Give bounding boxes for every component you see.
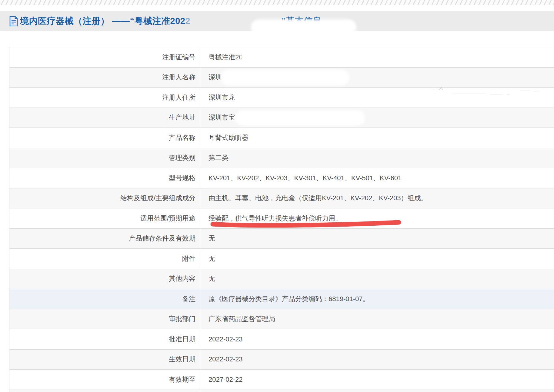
table-row-storage-conditions: 产品储存条件及有效期 无 [9,228,554,249]
registration-info-table: 注册证编号 粤械注准20 注册人名称 深圳 注册人住所 深圳市龙 生产地址 深圳… [9,47,554,392]
field-label: 注册人住所 [9,88,201,108]
table-row-approval-date: 批准日期 2022-02-23 [9,329,554,349]
field-value-text: 深圳 [209,73,222,82]
field-value: 耳背式助听器 [201,128,554,148]
field-label [9,390,201,392]
table-row-attachments: 附件 无 [9,248,554,269]
field-label: 附件 [9,249,201,269]
field-value: 无 [201,229,554,249]
field-label: 有效期至 [9,370,201,390]
field-value: 由主机、耳塞、电池，充电盒（仅适用KV-201、KV-202、KV-203）组成… [201,188,554,208]
table-row-composition: 结构及组成/主要组成成分 由主机、耳塞、电池，充电盒（仅适用KV-201、KV-… [9,188,554,208]
field-value-text: 深圳市龙 [209,93,235,102]
table-row-effective-date: 生效日期 2022-02-23 [9,349,554,370]
field-value: 2027-02-22 [201,370,554,390]
field-value-text: 经验配，供气导性听力损失患者补偿听力用。 [209,214,342,223]
table-row-reg-number: 注册证编号 粤械注准20 [9,47,554,67]
field-label: 生效日期 [9,350,201,370]
field-value: 2022-02-23 [201,329,554,349]
table-row-registrant-name: 注册人名称 深圳 [9,67,554,88]
table-row-product-name: 产品名称 耳背式助听器 [9,128,554,148]
field-value [201,390,554,392]
field-value: 深圳市龙 [201,88,554,108]
field-value: 原《医疗器械分类目录》产品分类编码：6819-01-07。 [201,289,554,309]
field-label: 批准日期 [9,329,201,349]
registration-detail-page: 境内医疗器械（注册） ——“粤械注准2022”基本信息 注册证编号 粤械注准20… [0,0,554,392]
field-value: 经验配，供气导性听力损失患者补偿听力用。 [201,208,554,228]
field-label: 适用范围/预期用途 [9,208,201,228]
page-header: 境内医疗器械（注册） ——“粤械注准2022”基本信息 [0,11,554,31]
field-label: 注册证编号 [9,47,201,67]
field-value: 粤械注准20 [201,47,554,67]
field-value: 2022-02-23 [201,350,554,370]
field-label: 生产地址 [9,108,201,128]
field-value-text: 深圳市宝 [209,113,235,122]
table-row-remarks: 备注 原《医疗器械分类目录》产品分类编码：6819-01-07。 [9,289,554,309]
field-value-text: 粤械注准20 [209,53,242,62]
field-label: 结构及组成/主要组成成分 [9,188,201,208]
field-label: 其他内容 [9,269,201,289]
table-row-other-content: 其他内容 无 [9,269,554,289]
page-title-partial-char: 2 [185,16,190,26]
eraser-smudge [235,90,329,104]
eraser-smudge [221,70,349,85]
field-label: 产品名称 [9,128,201,148]
table-row-management-class: 管理类别 第二类 [9,148,554,168]
eraser-smudge [251,19,356,35]
table-row-production-address: 生产地址 深圳市宝 [9,108,554,128]
field-value: 深圳 [201,68,554,88]
field-value: 无 [201,249,554,269]
eraser-smudge [241,50,306,63]
table-row-model-spec: 型号规格 KV-201、KV-202、KV-203、KV-301、KV-401、… [9,168,554,188]
field-value: KV-201、KV-202、KV-203、KV-301、KV-401、KV-50… [201,168,554,188]
page-title: 境内医疗器械（注册） ——“粤械注准2022”基本信息 [0,15,322,27]
top-stripe-decoration [0,0,554,5]
field-label: 型号规格 [9,168,201,188]
field-value: 深圳市宝 [201,108,554,128]
page-title-prefix: 境内医疗器械（注册） ——“粤械注准202 [20,15,185,27]
table-row-expiry-date: 有效期至 2027-02-22 [9,369,554,390]
field-value: 广东省药品监督管理局 [201,309,554,329]
field-label: 管理类别 [9,148,201,168]
table-row-clipped [9,390,554,392]
field-value: 第二类 [201,148,554,168]
field-value: 无 [201,269,554,289]
document-icon [9,16,18,26]
table-row-registrant-address: 注册人住所 深圳市龙 [9,87,554,108]
table-row-approval-department: 审批部门 广东省药品监督管理局 [9,309,554,329]
eraser-smudge [235,110,365,125]
field-label: 备注 [9,289,201,309]
table-row-intended-use: 适用范围/预期用途 经验配，供气导性听力损失患者补偿听力用。 [9,208,554,228]
field-label: 审批部门 [9,309,201,329]
field-label: 产品储存条件及有效期 [9,229,201,249]
field-label: 注册人名称 [9,68,201,88]
